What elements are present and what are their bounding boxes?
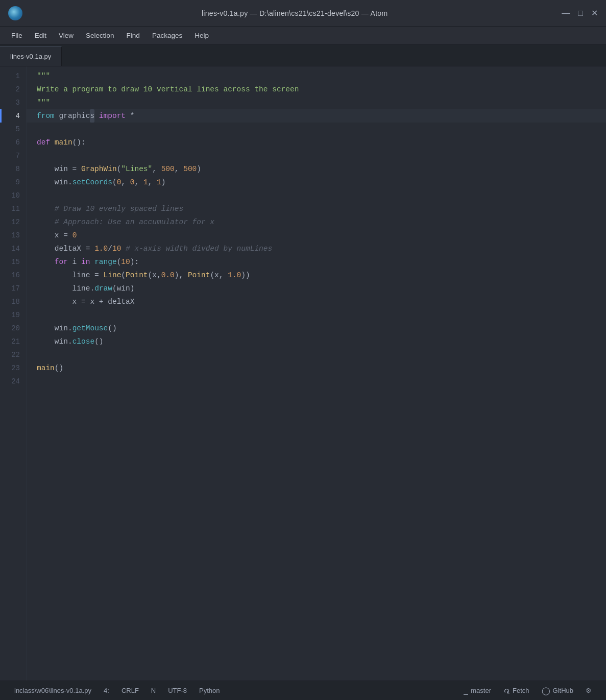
line-num-4: 4 [0,109,26,123]
token-paren-open: ( [117,162,122,176]
line-num-19: 19 [0,308,26,322]
token-c9a: , [121,176,130,189]
menu-selection[interactable]: Selection [81,30,119,41]
token-close-args: () [94,335,103,348]
code-line-8: win = GraphWin("Lines", 500, 500) [27,162,606,176]
token-comma2: , [175,162,183,176]
line-num-12: 12 [0,215,26,229]
token-zero: 0 [72,229,77,242]
branch-icon: ⎯ [464,686,468,695]
line-numbers: 1 2 3 4 5 6 7 8 9 10 11 12 13 14 15 16 1… [0,66,27,681]
token-draw: draw [94,282,112,295]
token-1a: 1 [143,176,148,189]
line-num-2: 2 [0,83,26,96]
code-line-5 [27,123,606,136]
active-tab[interactable]: lines-v0.1a.py [0,46,62,66]
line-num-8: 8 [0,162,26,176]
menu-help[interactable]: Help [189,30,214,41]
maximize-button[interactable]: □ [578,9,583,17]
token-indent13: x = [37,229,72,242]
menu-view[interactable]: View [54,30,79,41]
line-num-21: 21 [0,335,26,348]
token-gm-args: () [108,322,116,335]
code-line-6: def main(): [27,136,606,149]
code-line-9: win.setCoords(0, 0, 1, 1) [27,176,606,189]
menu-file[interactable]: File [6,30,28,41]
close-button[interactable]: ✕ [591,9,598,17]
status-fetch[interactable]: ↻ Fetch [497,681,536,701]
token-parens: (): [72,136,86,149]
token-from: from [37,109,55,123]
token-lp1: ( [121,269,126,282]
code-line-1: """ [27,69,606,83]
app-icon [8,6,22,20]
token-main: main [55,136,72,149]
token-import: import [99,109,126,123]
line-num-23: 23 [0,361,26,375]
minimize-button[interactable]: — [562,9,570,17]
status-filepath[interactable]: inclass\w06\lines-v0.1a.py [8,681,98,701]
line-num-24: 24 [0,375,26,388]
code-line-4: from graphics import * [27,109,606,123]
line-num-18: 18 [0,295,26,308]
status-branch[interactable]: ⎯ master [457,681,497,701]
code-line-22 [27,348,606,361]
menu-find[interactable]: Find [122,30,145,41]
line-num-7: 7 [0,149,26,162]
token-0b: 0 [130,176,135,189]
line-num-13: 13 [0,229,26,242]
token-pp2: (x, [210,269,228,282]
menu-edit[interactable]: Edit [30,30,52,41]
status-language[interactable]: Python [193,681,226,701]
token-space1 [55,109,59,123]
title-bar: lines-v0.1a.py — D:\alinen\cs21\cs21-dev… [0,0,606,27]
status-line-col[interactable]: 4: [98,681,115,701]
token-indent16: line = [37,269,104,282]
token-space-comment [121,242,126,255]
status-encoding[interactable]: UTF-8 [162,681,193,701]
token-comma1: , [152,162,161,176]
token-10b: 10 [121,255,130,269]
token-c9c: , [148,176,157,189]
code-line-23: main() [27,361,606,375]
token-indent18: x = x + deltaX [37,295,134,308]
token-pp1c: ), [175,269,188,282]
status-settings[interactable]: ⚙ [579,681,598,701]
line-num-17: 17 [0,282,26,295]
code-area[interactable]: """ Write a program to draw 10 vertical … [27,66,606,681]
status-line-ending[interactable]: CRLF [115,681,145,701]
line-num-3: 3 [0,96,26,109]
line-num-11: 11 [0,202,26,215]
token-range-args: ( [117,255,122,269]
code-line-16: line = Line(Point(x,0.0), Point(x, 1.0)) [27,269,606,282]
token-star: * [130,109,135,123]
token-c9b: , [134,176,143,189]
menu-packages[interactable]: Packages [147,30,187,41]
code-line-15: for i in range(10): [27,255,606,269]
token-comment11: # Draw 10 evenly spaced lines [37,202,183,215]
token-screen: screen [268,83,299,96]
code-line-13: x = 0 [27,229,606,242]
token-graphwin: GraphWin [81,162,117,176]
token-graphics-text: graphic [59,109,90,123]
token-pp2c: )) [241,269,250,282]
tab-bar: lines-v0.1a.py [0,45,606,66]
token-close: close [72,335,95,348]
token-def: def [37,136,50,149]
line-num-16: 16 [0,269,26,282]
window-controls: — □ ✕ [562,9,598,17]
token-space2 [94,109,99,123]
token-paren-close: ) [197,162,201,176]
code-line-3: """ [27,96,606,109]
token-10: 10 [112,242,121,255]
status-github[interactable]: ◯ GitHub [536,681,579,701]
token-docstring-open: """ [37,69,50,83]
line-num-5: 5 [0,123,26,136]
token-getmouse: getMouse [72,322,108,335]
token-pp1: (x, [148,269,161,282]
token-space15 [90,255,94,269]
code-line-17: line.draw(win) [27,282,606,295]
github-icon: ◯ [542,686,550,695]
token-comment14: # x-axis width divded by numLines [126,242,272,255]
status-indent[interactable]: N [145,681,162,701]
